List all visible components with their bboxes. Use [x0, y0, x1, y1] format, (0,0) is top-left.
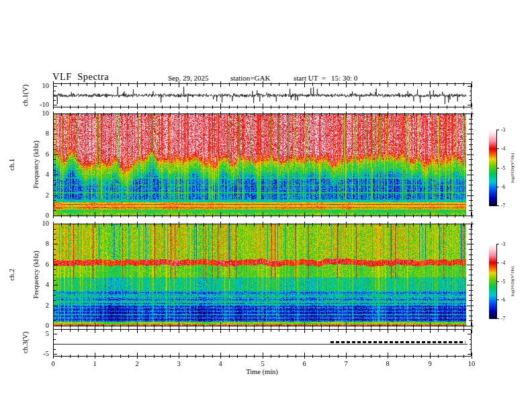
x-tick-mark	[413, 324, 414, 326]
x-tick-mark	[304, 103, 305, 107]
x-tick-mark	[363, 83, 363, 84]
x-tick-mark	[61, 84, 62, 86]
x-tick-mark	[388, 330, 388, 333]
ch1-spectrogram-tick-label: 10	[32, 109, 49, 117]
x-tick-mark	[137, 81, 138, 83]
x-tick-mark	[413, 114, 414, 116]
x-tick-mark	[154, 326, 154, 328]
x-tick-mark	[296, 223, 296, 224]
ch1-waveform-tick-label: 10	[32, 82, 49, 89]
x-tick-mark	[187, 326, 187, 328]
x-tick-mark	[338, 355, 339, 357]
x-tick-mark	[179, 81, 179, 83]
y-tick-mark	[472, 269, 473, 270]
y-tick-mark	[469, 320, 471, 321]
x-tick-mark	[120, 223, 121, 224]
x-tick-mark	[237, 114, 238, 116]
x-tick-mark	[112, 83, 112, 84]
x-tick-mark	[103, 330, 104, 332]
x-tick-mark	[287, 84, 288, 86]
y-tick-mark	[472, 326, 474, 326]
x-tick-mark	[346, 353, 347, 356]
x-tick-mark	[237, 83, 238, 84]
x-tick-mark	[103, 216, 104, 218]
x-tick-mark	[237, 324, 238, 326]
x-tick-mark	[195, 326, 196, 328]
ch2-spectrogram-ylabel: ch.2 Frequency (kHz)	[0, 250, 56, 298]
x-tick-mark	[137, 212, 138, 216]
x-tick-mark	[170, 357, 171, 358]
x-tick-mark	[338, 83, 339, 84]
y-tick-mark	[54, 134, 58, 134]
x-tick-mark	[212, 326, 213, 328]
x-tick-mark	[263, 216, 263, 218]
x-tick-mark	[463, 83, 464, 84]
x-tick-mark	[229, 357, 230, 358]
y-tick-mark	[54, 185, 56, 185]
x-tick-mark	[463, 113, 464, 114]
x-tick-mark	[363, 105, 363, 107]
x-tick-mark	[472, 353, 472, 356]
figure-start-ut: start UT = 15: 30: 0	[294, 74, 357, 82]
y-tick-mark	[467, 265, 471, 265]
y-tick-mark	[54, 249, 56, 250]
x-tick-mark	[179, 212, 179, 216]
x-tick-mark	[187, 330, 187, 332]
x-tick-mark	[271, 328, 271, 330]
x-tick-mark	[254, 326, 255, 328]
x-tick-mark	[346, 111, 347, 113]
y-tick-mark	[472, 124, 473, 124]
colorbar-tick-label: -5	[501, 279, 505, 285]
y-tick-mark	[468, 86, 471, 87]
x-tick-mark	[204, 107, 204, 109]
x-tick-mark	[404, 223, 405, 224]
x-tick-mark	[404, 326, 405, 328]
y-tick-mark	[472, 249, 473, 250]
x-tick-mark	[404, 355, 405, 357]
x-tick-mark	[413, 330, 414, 332]
x-tick-mark	[120, 216, 121, 218]
x-tick-mark	[363, 324, 363, 326]
y-tick-mark	[469, 165, 471, 165]
x-tick-mark	[430, 84, 431, 87]
x-tick-mark	[162, 328, 163, 330]
y-tick-mark	[54, 326, 58, 326]
y-tick-mark	[467, 195, 471, 196]
x-tick-mark	[380, 223, 380, 224]
x-tick-mark	[430, 327, 431, 329]
x-tick-mark	[346, 103, 347, 107]
x-tick-mark	[70, 330, 71, 332]
x-tick-mark	[170, 84, 171, 86]
x-tick-mark	[237, 107, 238, 109]
x-tick-mark	[128, 105, 129, 107]
x-tick-mark	[229, 328, 230, 330]
x-tick-mark	[380, 328, 380, 330]
x-tick-mark	[220, 216, 221, 218]
ch1-spectrogram-ylabel: ch.1 Frequency (kHz)	[0, 140, 56, 188]
x-tick-mark	[103, 84, 104, 86]
x-tick-mark	[338, 216, 339, 218]
x-tick-mark	[103, 355, 104, 357]
ch1-spectrogram-ylabel-line1: ch.1	[8, 140, 16, 188]
x-tick-mark	[388, 353, 388, 356]
x-tick-mark	[120, 114, 121, 116]
x-tick-mark	[287, 107, 288, 109]
x-tick-mark	[87, 113, 87, 114]
x-tick-mark	[112, 330, 112, 332]
y-tick-mark	[54, 129, 56, 130]
x-tick-mark	[195, 105, 196, 107]
x-tick-mark	[380, 355, 380, 357]
x-tick-mark	[287, 326, 288, 328]
x-tick-mark	[463, 216, 464, 218]
y-tick-mark	[467, 285, 471, 285]
x-tick-mark	[154, 330, 154, 332]
x-tick-mark	[472, 327, 472, 329]
y-tick-mark	[472, 239, 473, 240]
y-tick-mark	[472, 129, 473, 130]
x-tick-mark	[187, 357, 187, 358]
x-tick-mark	[380, 114, 380, 116]
x-tick-mark	[371, 224, 371, 226]
y-tick-mark	[467, 216, 471, 216]
x-tick-mark	[396, 355, 397, 357]
x-tick-mark	[312, 84, 313, 86]
